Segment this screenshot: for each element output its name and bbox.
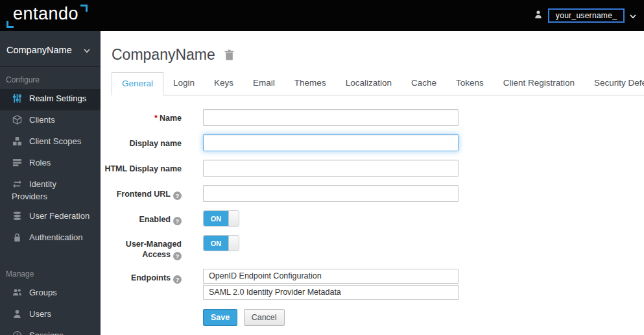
clock-icon [12, 330, 22, 335]
endpoints-label: Endpoints? [101, 269, 182, 326]
save-button[interactable]: Save [203, 309, 237, 326]
page-title: CompanyName [112, 46, 215, 64]
sidebar-item-label: User Federation [29, 211, 89, 221]
sidebar-item-label: Groups [29, 288, 57, 297]
tab-themes[interactable]: Themes [285, 72, 336, 95]
toggle-handle [228, 211, 239, 226]
username-text: your_username_ [556, 11, 617, 20]
group-icon [12, 288, 22, 300]
user-managed-access-toggle[interactable]: ON [203, 235, 239, 251]
sidebar-item-label: Sessions [29, 330, 64, 335]
frontend-url-label: Frontend URL? [101, 185, 182, 202]
section-label-configure: Configure [0, 67, 101, 89]
tab-client-registration[interactable]: Client Registration [494, 72, 584, 95]
logo-text: entando [13, 4, 78, 23]
tab-general[interactable]: General [112, 72, 163, 95]
name-input[interactable] [203, 109, 459, 126]
cubes-icon [12, 136, 22, 149]
sidebar: CompanyName Configure Realm Settings Cli… [0, 31, 101, 335]
list-icon [12, 158, 22, 170]
user-area: your_username_ [534, 8, 636, 23]
database-icon [12, 211, 22, 223]
required-marker: * [154, 114, 158, 123]
sidebar-item-identity-providers[interactable]: Identity Providers [0, 175, 101, 206]
sidebar-item-clients[interactable]: Clients [0, 110, 101, 132]
sidebar-item-sessions[interactable]: Sessions [0, 326, 101, 335]
tab-keys[interactable]: Keys [204, 72, 243, 95]
chevron-down-icon[interactable] [630, 10, 636, 21]
tab-email[interactable]: Email [243, 72, 285, 95]
openid-endpoint-link[interactable]: OpenID Endpoint Configuration [203, 269, 459, 284]
toggle-handle [228, 236, 239, 251]
entando-logo: entando [5, 3, 89, 29]
html-display-name-label: HTML Display name [101, 160, 182, 177]
sidebar-item-authentication[interactable]: Authentication [0, 228, 101, 249]
realm-selector-label: CompanyName [6, 45, 72, 55]
username-box[interactable]: your_username_ [548, 8, 625, 23]
top-bar: entando your_username_ [0, 0, 644, 31]
main-content: CompanyName General Login Keys Email The… [101, 31, 644, 335]
tab-security-defenses[interactable]: Security Defenses [584, 72, 644, 95]
sidebar-item-realm-settings[interactable]: Realm Settings [0, 89, 101, 110]
enabled-label: Enabled? [101, 210, 182, 227]
realm-selector[interactable]: CompanyName [0, 31, 101, 67]
chevron-down-icon [84, 45, 90, 55]
user-icon [12, 309, 22, 321]
lock-icon [12, 232, 22, 245]
tab-tokens[interactable]: Tokens [446, 72, 494, 95]
sidebar-item-users[interactable]: Users [0, 304, 101, 326]
person-icon [534, 10, 543, 21]
html-display-name-input[interactable] [203, 160, 459, 177]
user-managed-access-label: User-Managed Access? [101, 235, 182, 260]
sidebar-item-client-scopes[interactable]: Client Scopes [0, 132, 101, 153]
sliders-icon [12, 93, 22, 106]
sidebar-item-groups[interactable]: Groups [0, 283, 101, 304]
trash-icon[interactable] [224, 49, 235, 60]
sidebar-item-label: Client Scopes [29, 136, 81, 146]
help-icon[interactable]: ? [173, 252, 182, 260]
realm-settings-form: *Name Display name HTML Display name [101, 109, 644, 326]
exchange-arrows-icon [12, 179, 22, 192]
frontend-url-input[interactable] [203, 185, 459, 202]
toggle-on-label: ON [204, 211, 228, 226]
cube-icon [12, 115, 22, 127]
sidebar-item-roles[interactable]: Roles [0, 153, 101, 175]
enabled-toggle[interactable]: ON [203, 210, 239, 227]
name-label: *Name [101, 109, 182, 126]
tab-bar: General Login Keys Email Themes Localiza… [112, 72, 644, 95]
cancel-button[interactable]: Cancel [244, 309, 285, 326]
help-icon[interactable]: ? [173, 275, 182, 284]
display-name-input[interactable] [203, 134, 459, 151]
help-icon[interactable]: ? [173, 192, 182, 200]
sidebar-item-user-federation[interactable]: User Federation [0, 206, 101, 228]
tab-localization[interactable]: Localization [336, 72, 401, 95]
help-icon[interactable]: ? [173, 217, 182, 225]
sidebar-item-label: Authentication [29, 232, 82, 242]
sidebar-item-label: Roles [29, 158, 51, 168]
display-name-label: Display name [101, 134, 182, 151]
sidebar-item-label: Users [29, 309, 51, 319]
tab-cache[interactable]: Cache [401, 72, 446, 95]
toggle-on-label: ON [204, 236, 228, 251]
tab-login[interactable]: Login [163, 72, 204, 95]
saml-metadata-link[interactable]: SAML 2.0 Identity Provider Metadata [203, 285, 459, 300]
section-label-manage: Manage [0, 261, 101, 283]
sidebar-item-label: Realm Settings [29, 93, 86, 103]
sidebar-item-label: Clients [29, 115, 55, 125]
